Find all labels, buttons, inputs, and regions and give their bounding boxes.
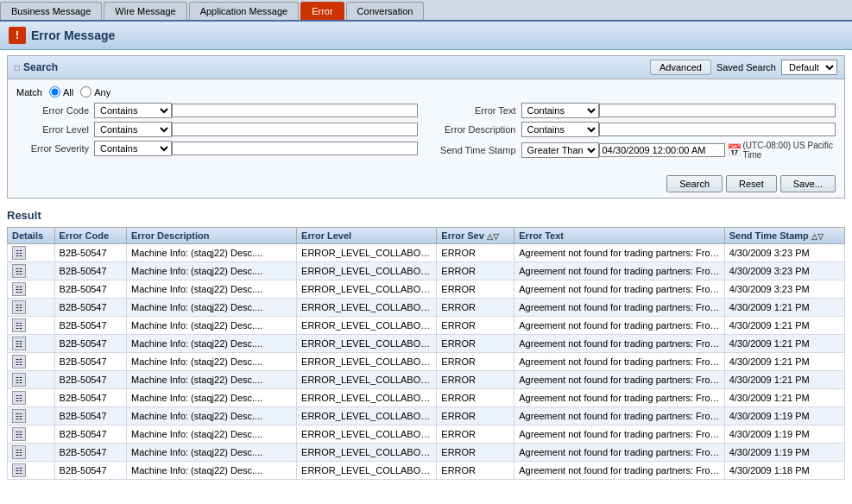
cell-error-desc: Machine Info: (staqj22) Desc.... [127,444,297,462]
search-button[interactable]: Search [666,175,723,192]
cell-error-sev: ERROR [437,262,514,280]
match-all-radio[interactable] [49,86,60,98]
match-any-label[interactable]: Any [80,86,110,98]
cell-error-desc: Machine Info: (staqj22) Desc.... [127,262,297,280]
match-any-radio[interactable] [80,86,92,98]
detail-icon[interactable]: ☷ [12,463,26,477]
tab-business-message[interactable]: Business Message [0,2,102,20]
detail-icon[interactable]: ☷ [12,391,26,405]
cell-error-level: ERROR_LEVEL_COLLABORA... [297,462,437,480]
error-desc-label: Error Description [435,124,521,135]
cell-details: ☷ [8,262,55,280]
send-time-op-select[interactable]: Greater ThanLess ThanEquals [521,142,599,158]
detail-icon[interactable]: ☷ [12,318,26,332]
detail-icon[interactable]: ☷ [12,355,26,369]
error-icon: ! [9,27,26,44]
error-code-op-select[interactable]: ContainsEqualsStarts With [94,103,172,118]
error-code-input[interactable] [172,104,418,117]
cell-details: ☷ [8,317,55,335]
form-left-col: Error Code ContainsEqualsStarts With Err… [16,103,418,163]
detail-icon[interactable]: ☷ [12,337,26,350]
col-header-error-desc[interactable]: Error Description [127,228,297,244]
send-time-input[interactable] [599,143,725,157]
table-row: ☷ B2B-50547 Machine Info: (staqj22) Desc… [8,425,845,444]
advanced-button[interactable]: Advanced [650,60,711,75]
cell-error-code: B2B-50547 [54,335,126,353]
calendar-icon[interactable]: 📅 [727,143,742,157]
save-button[interactable]: Save... [780,175,836,192]
table-row: ☷ B2B-50547 Machine Info: (staqj22) Desc… [8,335,845,353]
cell-error-desc: Machine Info: (staqj22) Desc.... [127,407,297,425]
error-text-input[interactable] [599,104,836,117]
result-header: Result [0,204,852,224]
cell-error-sev: ERROR [437,299,514,317]
tab-error[interactable]: Error [300,2,344,20]
search-form: Match All Any Error Code ContainsEqualsS… [8,79,844,170]
cell-error-code: B2B-50547 [54,280,126,299]
collapse-icon[interactable]: □ [15,63,20,72]
cell-error-code: B2B-50547 [54,317,126,335]
cell-error-desc: Machine Info: (staqj22) Desc.... [127,462,297,480]
detail-icon[interactable]: ☷ [12,264,26,278]
cell-error-sev: ERROR [437,244,514,262]
error-desc-input[interactable] [599,123,836,136]
cell-send-time: 4/30/2009 1:21 PM [724,317,844,335]
tab-conversation[interactable]: Conversation [346,2,425,20]
cell-send-time: 4/30/2009 3:23 PM [724,244,844,262]
saved-search-select[interactable]: Default [781,60,837,75]
col-header-error-level[interactable]: Error Level [297,228,437,244]
cell-error-sev: ERROR [437,353,514,371]
detail-icon[interactable]: ☷ [12,373,26,387]
col-header-error-text[interactable]: Error Text [514,228,724,244]
cell-error-text: Agreement not found for trading partners… [514,462,724,480]
match-row: Match All Any [16,86,836,98]
tab-wire-message[interactable]: Wire Message [104,2,186,20]
detail-icon[interactable]: ☷ [12,445,26,459]
cell-send-time: 4/30/2009 1:19 PM [724,425,844,444]
col-header-send-time[interactable]: Send Time Stamp △▽ [724,228,844,244]
cell-error-level: ERROR_LEVEL_COLLABORA... [297,353,437,371]
cell-error-text: Agreement not found for trading partners… [514,262,724,280]
cell-error-level: ERROR_LEVEL_COLLABORA... [297,244,437,262]
cell-details: ☷ [8,389,55,407]
cell-error-sev: ERROR [437,317,514,335]
error-severity-op-select[interactable]: ContainsEquals [94,141,172,156]
cell-error-sev: ERROR [437,425,514,444]
col-header-error-code[interactable]: Error Code [54,228,126,244]
col-header-error-sev[interactable]: Error Sev △▽ [437,228,514,244]
error-text-op-select[interactable]: ContainsEquals [521,103,599,118]
cell-error-text: Agreement not found for trading partners… [514,444,724,462]
cell-error-level: ERROR_LEVEL_COLLABORA... [297,407,437,425]
cell-details: ☷ [8,371,55,389]
detail-icon[interactable]: ☷ [12,427,26,441]
form-grid: Error Code ContainsEqualsStarts With Err… [16,103,836,163]
cell-error-desc: Machine Info: (staqj22) Desc.... [127,317,297,335]
page-header: ! Error Message [0,22,852,50]
cell-error-text: Agreement not found for trading partners… [514,389,724,407]
detail-icon[interactable]: ☷ [12,282,26,296]
cell-error-desc: Machine Info: (staqj22) Desc.... [127,335,297,353]
cell-error-level: ERROR_LEVEL_COLLABORA... [297,299,437,317]
cell-send-time: 4/30/2009 3:23 PM [724,262,844,280]
cell-details: ☷ [8,425,55,444]
match-all-label[interactable]: All [49,86,73,98]
error-level-op-select[interactable]: ContainsEquals [94,122,172,137]
error-severity-input[interactable] [172,142,418,155]
detail-icon[interactable]: ☷ [12,409,26,423]
error-text-row: Error Text ContainsEquals [435,103,836,118]
error-desc-row: Error Description ContainsEquals [435,122,836,137]
reset-button[interactable]: Reset [726,175,777,192]
table-row: ☷ B2B-50547 Machine Info: (staqj22) Desc… [8,262,845,280]
error-level-input[interactable] [172,123,418,136]
result-tbody: ☷ B2B-50547 Machine Info: (staqj22) Desc… [8,244,845,480]
tab-application-message[interactable]: Application Message [189,2,300,20]
cell-error-code: B2B-50547 [54,407,126,425]
detail-icon[interactable]: ☷ [12,300,26,314]
table-row: ☷ B2B-50547 Machine Info: (staqj22) Desc… [8,299,845,317]
table-row: ☷ B2B-50547 Machine Info: (staqj22) Desc… [8,371,845,389]
cell-send-time: 4/30/2009 1:21 PM [724,299,844,317]
detail-icon[interactable]: ☷ [12,246,26,260]
error-desc-op-select[interactable]: ContainsEquals [521,122,599,137]
table-header-row: Details Error Code Error Description Err… [8,228,845,244]
cell-error-code: B2B-50547 [54,299,126,317]
